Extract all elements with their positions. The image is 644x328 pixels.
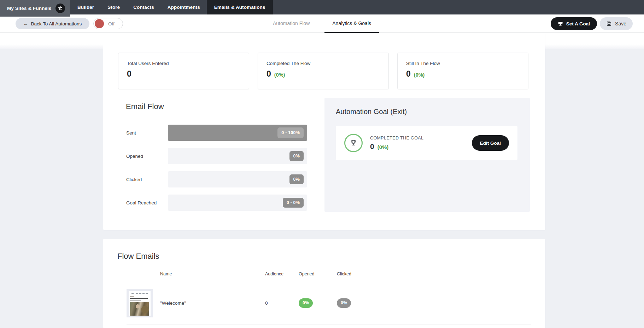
email-thumbnail-preview [129, 291, 151, 316]
column-header-name: Name [160, 272, 265, 276]
goal-trophy-icon [344, 134, 363, 152]
column-header-opened: Opened [299, 272, 337, 276]
thumb-nav-bar [130, 293, 149, 294]
nav-item-store[interactable]: Store [101, 0, 127, 14]
stat-label: Completed The Flow [267, 61, 380, 66]
nav-item-builder[interactable]: Builder [71, 0, 101, 14]
automation-goal-panel: Automation Goal (Exit) COMPLETED THE GOA… [324, 98, 530, 212]
stat-value: 0 [406, 69, 411, 79]
save-button[interactable]: Save [600, 17, 633, 30]
goal-percent: (0%) [377, 144, 389, 150]
thumb-headline [130, 298, 148, 299]
goal-label: COMPLETED THE GOAL [370, 136, 423, 141]
funnel-badge: 0 - 0% [283, 198, 304, 208]
tab-automation-flow[interactable]: Automation Flow [265, 14, 317, 33]
nav-item-appointments[interactable]: Appointments [161, 0, 207, 14]
email-flow-funnel: Sent 0 - 100% Opened 0% Clicked 0% Goal … [126, 125, 307, 218]
thumb-headline [130, 300, 141, 301]
column-header-clicked: Clicked [337, 272, 531, 276]
stat-card-total-users: Total Users Entered 0 [118, 53, 249, 89]
funnel-label: Clicked [126, 177, 168, 182]
clicked-rate-badge: 0% [337, 298, 351, 308]
stat-label: Total Users Entered [127, 61, 240, 66]
workspace-label: My Sites & Funnels [7, 6, 52, 11]
table-row[interactable]: "Welecome" 0 0% 0% [127, 282, 531, 324]
funnel-label: Sent [126, 130, 168, 136]
funnel-row-clicked: Clicked 0% [126, 171, 307, 187]
thumb-kicker [130, 296, 134, 297]
funnel-badge: 0 - 100% [277, 127, 304, 138]
stat-card-still-in-flow: Still In The Flow 0 (0%) [397, 53, 528, 89]
edit-goal-button[interactable]: Edit Goal [472, 135, 509, 151]
toolbar-actions: Set A Goal Save [551, 17, 633, 30]
funnel-bar-goal-reached: 0 - 0% [168, 195, 307, 211]
automation-goal-title: Automation Goal (Exit) [336, 108, 407, 116]
email-thumbnail[interactable] [127, 289, 153, 317]
analytics-panel: Total Users Entered 0 Completed The Flow… [103, 33, 545, 230]
opened-rate-badge: 0% [299, 298, 313, 308]
goal-value: 0 [370, 142, 374, 151]
email-audience: 0 [265, 300, 299, 306]
stat-card-completed-flow: Completed The Flow 0 (0%) [258, 53, 389, 89]
flow-emails-table: Name Audience Opened Clicked [127, 272, 531, 324]
funnel-row-sent: Sent 0 - 100% [126, 125, 307, 141]
stat-value: 0 [267, 69, 271, 79]
nav-item-contacts[interactable]: Contacts [127, 0, 161, 14]
funnel-bar-clicked: 0% [168, 171, 307, 187]
nav-item-emails-automations[interactable]: Emails & Automations [207, 0, 273, 14]
trophy-icon [558, 21, 563, 26]
funnel-label: Goal Reached [126, 200, 168, 205]
column-header-audience: Audience [265, 272, 299, 276]
funnel-bar-sent: 0 - 100% [168, 125, 307, 141]
goal-texts: COMPLETED THE GOAL 0 (0%) [370, 136, 423, 151]
set-goal-label: Set A Goal [566, 21, 590, 26]
stat-cards: Total Users Entered 0 Completed The Flow… [118, 53, 528, 89]
funnel-row-goal-reached: Goal Reached 0 - 0% [126, 195, 307, 211]
page: My Sites & Funnels Builder Store Contact… [0, 0, 644, 328]
funnel-badge: 0% [289, 151, 304, 161]
stat-value: 0 [127, 69, 131, 79]
funnel-bar-opened: 0% [168, 148, 307, 164]
goal-card: COMPLETED THE GOAL 0 (0%) Edit Goal [336, 126, 517, 160]
funnel-label: Opened [126, 154, 168, 159]
view-tabs: Automation Flow Analytics & Goals [0, 14, 644, 33]
nav-items: Builder Store Contacts Appointments Emai… [70, 0, 273, 14]
thumb-photo [130, 302, 149, 316]
set-a-goal-button[interactable]: Set A Goal [551, 17, 597, 30]
save-label: Save [615, 21, 626, 26]
swap-workspace-icon[interactable] [55, 4, 65, 13]
email-flow-title: Email Flow [126, 102, 164, 111]
stat-label: Still In The Flow [406, 61, 520, 66]
save-icon [606, 21, 612, 26]
toolbar: ← Back To All Automations Off Automation… [0, 14, 644, 33]
email-name: "Welecome" [160, 300, 265, 306]
flow-emails-panel: Flow Emails Name Audience Opened Clicked [103, 239, 545, 328]
tab-analytics-goals[interactable]: Analytics & Goals [324, 14, 379, 33]
funnel-row-opened: Opened 0% [126, 148, 307, 164]
flow-emails-title: Flow Emails [117, 252, 159, 261]
stat-percent: (0%) [414, 72, 425, 78]
table-header: Name Audience Opened Clicked [127, 272, 531, 282]
stat-percent: (0%) [274, 72, 285, 78]
workspace-switcher[interactable]: My Sites & Funnels [0, 0, 70, 17]
top-nav: My Sites & Funnels Builder Store Contact… [0, 0, 644, 14]
funnel-badge: 0% [289, 174, 304, 184]
